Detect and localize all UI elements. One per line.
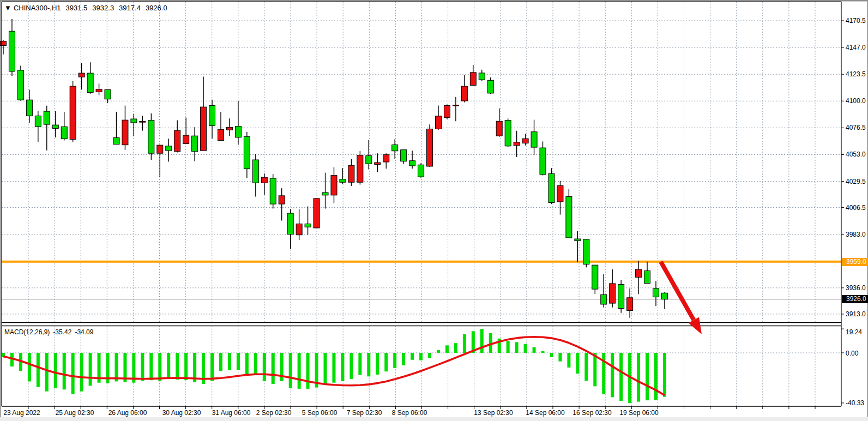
macd-histogram-bar [306,353,310,389]
macd-histogram-bar [480,329,484,353]
candle-body [540,148,546,175]
candle-body [427,129,433,166]
candle-body [26,100,32,116]
price-axis-label: 4100.0 [846,97,866,105]
macd-histogram-bar [593,353,596,386]
candle-body [348,165,354,182]
macd-histogram-bar [237,353,240,370]
candle-body [522,139,528,143]
time-axis-label: 25 Aug 02:30 [56,409,94,417]
candle-body [218,129,224,140]
time-axis-label: 30 Aug 02:30 [162,409,201,417]
macd-histogram-bar [184,353,188,380]
macd-histogram-bar [367,353,370,376]
macd-histogram-bar [80,353,83,392]
candle-body [9,31,15,71]
candle-body [44,111,50,124]
macd-histogram-bar [611,353,614,397]
ohlc-close: 3926.0 [146,4,167,12]
time-axis-label: 8 Sep 06:00 [392,409,427,417]
candle-body [157,145,163,153]
price-axis-label: 4076.5 [846,124,866,131]
macd-histogram-bar [210,353,214,381]
macd-histogram-bar [411,353,414,360]
price-axis-label: 4029.5 [846,178,866,185]
macd-histogram-bar [37,353,40,387]
candle-body [644,271,650,284]
candle-body [592,265,598,289]
macd-histogram-bar [71,353,75,394]
candle-body [113,138,119,145]
macd-histogram-bar [63,353,66,389]
macd-histogram-bar [298,353,301,389]
candle-body [35,116,41,127]
candle-body [487,80,493,93]
macd-histogram-bar [272,353,275,384]
candle-body [461,86,467,101]
macd-histogram-bar [619,353,623,401]
candle-body [479,73,485,80]
candle-body [496,121,502,136]
chart-canvas[interactable]: 4170.54147.04123.54100.04076.54053.04029… [0,0,868,421]
candle-body [557,185,563,202]
macd-histogram-bar [533,347,536,353]
ohlc-low: 3917.4 [119,4,141,12]
macd-histogram-bar [576,353,579,374]
time-axis-label: 5 Sep 06:00 [302,409,337,417]
candle-body [105,89,111,99]
macd-histogram-bar [637,353,640,402]
ohlc-open: 3931.5 [66,4,88,12]
macd-histogram-bar [654,353,658,400]
candle-body [375,163,381,164]
price-axis-label: 3936.0 [846,284,866,292]
macd-histogram-bar [445,345,449,353]
macd-histogram-bar [45,353,49,392]
time-axis-label: 16 Sep 02:30 [572,409,612,417]
price-axis-label: 3913.0 [846,310,866,318]
candle-body [201,107,207,151]
macd-histogram-bar [114,353,118,381]
macd-histogram-bar [245,353,249,375]
down-arrow-annotation[interactable] [661,262,694,320]
candle-body [61,127,67,139]
macd-scale-max-label: 19.24 [846,328,862,336]
candle-body [314,199,320,228]
macd-histogram-bar [263,353,266,381]
price-axis-label: 4147.0 [846,44,866,51]
candle-body [583,239,589,264]
collapse-indicator-icon[interactable]: ▼ [4,4,11,12]
macd-histogram-bar [463,334,466,353]
macd-histogram-bar [254,353,257,375]
candle-body [453,105,459,106]
time-axis-label: 19 Sep 06:00 [619,409,659,417]
candle-body [296,224,302,234]
candle-body [566,197,572,238]
candle-body [96,89,102,92]
candle-body [148,121,154,154]
time-axis-label: 7 Sep 02:30 [347,409,382,417]
candle-body [514,142,520,146]
macd-histogram-bar [507,341,510,353]
macd-histogram-bar [437,350,440,353]
candle-body [357,155,363,183]
bottom-margin-strip [0,417,868,421]
macd-histogram-bar [289,353,292,388]
candle-body [209,105,215,125]
candle-body [661,293,667,299]
candle-body [444,105,450,117]
candle-body [340,179,346,183]
candle-body [235,127,241,137]
macd-histogram-bar [419,353,423,360]
ohlc-high: 3932.3 [92,4,114,12]
price-axis-label: 4053.0 [846,151,866,158]
candle-body [409,161,415,166]
macd-histogram-bar [524,344,527,353]
macd-histogram-bar [158,353,161,381]
macd-histogram-bar [402,353,405,365]
candle-body [601,294,607,304]
time-axis-label: 31 Aug 06:00 [212,409,251,417]
candle-body [305,224,311,227]
macd-histogram-bar [358,353,361,375]
macd-histogram-bar [28,353,31,381]
macd-histogram-bar [384,353,388,371]
